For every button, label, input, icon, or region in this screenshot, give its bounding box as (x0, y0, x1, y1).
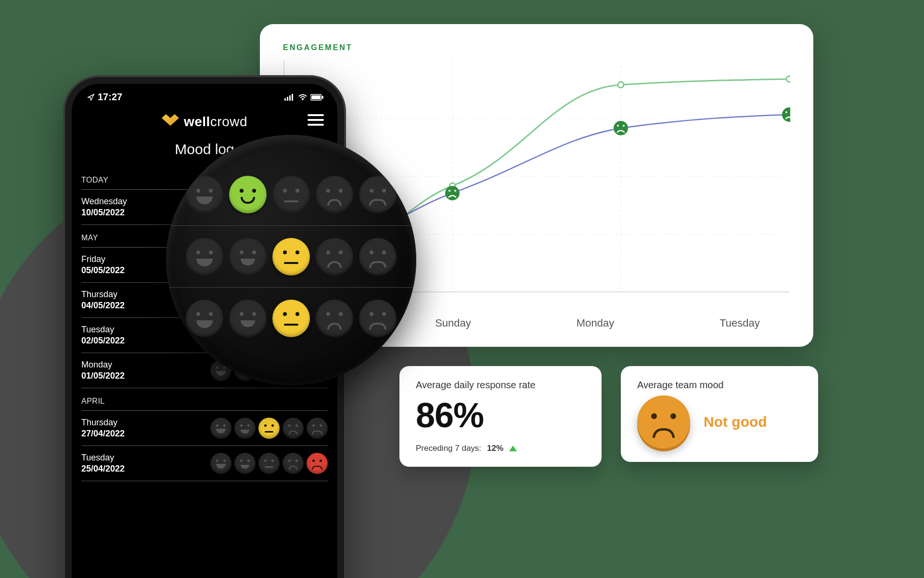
mood-face-option[interactable] (229, 300, 267, 337)
mood-face-option[interactable] (229, 238, 267, 276)
chart-title: ENGAGEMENT (283, 43, 790, 52)
stat-value: 86% (416, 395, 585, 435)
log-date: Friday05/05/2022 (81, 254, 125, 276)
mood-face-option[interactable] (186, 238, 223, 276)
magnifier-lens (166, 135, 416, 385)
log-date: Tuesday25/04/2022 (81, 453, 125, 474)
mood-face-option[interactable] (210, 418, 231, 439)
magnified-mood-row (166, 287, 416, 349)
svg-point-20 (302, 99, 304, 100)
mood-log-row[interactable]: Thursday27/04/2022 (81, 411, 328, 446)
mood-face-option[interactable] (307, 418, 328, 439)
location-icon (87, 93, 95, 101)
battery-icon (310, 94, 324, 101)
svg-point-12 (623, 125, 625, 127)
phone-notch (147, 84, 262, 103)
mood-face-icon (637, 395, 690, 448)
series-point (618, 82, 624, 88)
x-tick: Sunday (435, 317, 471, 329)
mood-selector[interactable] (210, 453, 328, 474)
svg-rect-17 (287, 97, 288, 101)
app-header: wellcrowd (72, 103, 337, 133)
stat-label: Average daily response rate (416, 380, 585, 391)
mood-selector[interactable] (210, 418, 328, 439)
mood-face-option[interactable] (316, 300, 353, 337)
log-date: Monday01/05/2022 (81, 360, 125, 381)
svg-point-11 (617, 125, 619, 127)
signal-icon (284, 94, 295, 101)
app-logo[interactable]: wellcrowd (162, 114, 247, 130)
wifi-icon (298, 94, 308, 101)
mood-face-option[interactable] (258, 418, 280, 439)
magnified-mood-row (166, 164, 416, 225)
x-tick: Monday (577, 317, 614, 329)
mood-face-option[interactable] (282, 418, 304, 439)
logo-heart-icon (162, 114, 179, 130)
log-date: Thursday27/04/2022 (81, 418, 125, 439)
mood-face-option[interactable] (272, 176, 310, 213)
svg-rect-23 (322, 96, 323, 99)
mood-face-option[interactable] (272, 238, 310, 276)
magnified-mood-row (166, 225, 416, 287)
mood-face-option[interactable] (210, 453, 231, 474)
team-mood-card: Average team mood Not good (621, 366, 818, 462)
logo-text: wellcrowd (184, 114, 247, 130)
svg-rect-22 (311, 95, 321, 99)
mood-face-option[interactable] (229, 176, 267, 213)
svg-point-14 (785, 111, 787, 113)
svg-point-8 (449, 190, 450, 192)
mood-face-option[interactable] (316, 238, 353, 276)
status-time: 17:27 (98, 92, 122, 103)
mood-marker-icon (782, 107, 790, 122)
mood-face-option[interactable] (234, 418, 256, 439)
svg-point-7 (445, 186, 460, 200)
mood-face-option[interactable] (307, 453, 328, 474)
series-point (786, 76, 790, 82)
stat-subtext: Preceding 7 days: 12% (416, 444, 585, 453)
log-date: Tuesday02/05/2022 (81, 325, 125, 346)
stat-sub-prefix: Preceding 7 days: (416, 444, 481, 453)
mood-face-option[interactable] (282, 453, 304, 474)
x-tick: Tuesday (719, 317, 760, 329)
stat-label: Average team mood (637, 380, 802, 391)
mood-face-option[interactable] (359, 300, 397, 337)
mood-face-option[interactable] (186, 300, 223, 337)
mood-face-option[interactable] (258, 453, 280, 474)
svg-point-13 (782, 107, 790, 122)
svg-point-10 (614, 121, 628, 135)
mood-face-option[interactable] (359, 238, 397, 276)
log-date: Wednesday10/05/2022 (81, 197, 127, 218)
hamburger-menu-button[interactable] (308, 114, 324, 126)
mood-face-option[interactable] (234, 453, 256, 474)
log-date: Thursday04/05/2022 (81, 289, 125, 311)
mood-log-row[interactable]: Tuesday25/04/2022 (81, 446, 328, 481)
stat-sub-value: 12% (487, 444, 503, 453)
svg-rect-19 (292, 94, 293, 101)
response-rate-card: Average daily response rate 86% Precedin… (399, 366, 602, 467)
svg-point-9 (454, 190, 456, 192)
svg-rect-18 (289, 95, 291, 101)
mood-marker-icon (445, 186, 460, 200)
mood-text: Not good (704, 414, 767, 430)
svg-rect-16 (284, 98, 286, 101)
mood-face-option[interactable] (316, 176, 353, 213)
trend-up-icon (509, 446, 517, 451)
mood-face-option[interactable] (272, 300, 310, 337)
section-label: APRIL (81, 388, 328, 411)
mood-marker-icon (614, 121, 628, 135)
